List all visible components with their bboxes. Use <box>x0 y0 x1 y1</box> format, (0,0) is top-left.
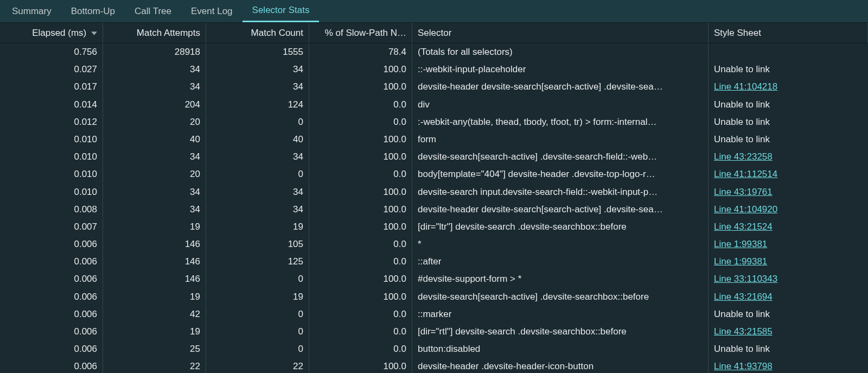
cell-elapsed: 0.006 <box>0 270 103 287</box>
column-header-selector[interactable]: Selector <box>412 23 709 43</box>
style-sheet-link[interactable]: Line 43:21524 <box>714 222 773 232</box>
cell-slow-path-pct: 0.0 <box>309 166 412 182</box>
table-row[interactable]: 0.0061461050.0*Line 1:99381 <box>0 236 868 253</box>
cell-style-sheet: Line 41:93798 <box>709 358 868 373</box>
table-row[interactable]: 0.75628918155578.4(Totals for all select… <box>0 43 868 61</box>
table-row[interactable]: 0.0103434100.0devsite-search[search-acti… <box>0 148 868 166</box>
table-row[interactable]: 0.0061919100.0devsite-search[search-acti… <box>0 288 868 306</box>
cell-match-count: 34 <box>206 61 309 78</box>
cell-elapsed: 0.006 <box>0 236 103 252</box>
cell-match-count: 105 <box>206 236 309 252</box>
column-header-style-sheet[interactable]: Style Sheet <box>709 23 868 43</box>
tab-label: Bottom-Up <box>71 6 115 17</box>
cell-style-sheet: Unable to link <box>709 61 868 78</box>
table-row[interactable]: 0.0103434100.0devsite-search input.devsi… <box>0 184 868 201</box>
cell-match-count: 125 <box>206 253 309 270</box>
cell-match-attempts: 40 <box>103 131 206 148</box>
cell-elapsed: 0.008 <box>0 201 103 218</box>
cell-elapsed: 0.010 <box>0 166 103 182</box>
cell-elapsed: 0.756 <box>0 43 103 60</box>
cell-match-attempts: 19 <box>103 288 206 305</box>
cell-match-attempts: 22 <box>103 358 206 373</box>
cell-slow-path-pct: 100.0 <box>309 61 412 78</box>
cell-slow-path-pct: 100.0 <box>309 218 412 235</box>
cell-slow-path-pct: 100.0 <box>309 148 412 165</box>
table-row[interactable]: 0.0061461250.0::afterLine 1:99381 <box>0 253 868 270</box>
column-header-match-count[interactable]: Match Count <box>206 23 309 43</box>
cell-elapsed: 0.007 <box>0 218 103 235</box>
table-row[interactable]: 0.0122000.0:-webkit-any(table, thead, tb… <box>0 113 868 131</box>
style-sheet-link[interactable]: Line 41:93798 <box>714 361 773 371</box>
selector-stats-table: Elapsed (ms) Match Attempts Match Count … <box>0 23 868 373</box>
cell-slow-path-pct: 100.0 <box>309 78 412 95</box>
cell-elapsed: 0.006 <box>0 253 103 270</box>
tab-summary[interactable]: Summary <box>2 0 61 22</box>
cell-match-attempts: 146 <box>103 236 206 252</box>
cell-slow-path-pct: 100.0 <box>309 288 412 305</box>
cell-style-sheet: Line 43:23258 <box>709 148 868 165</box>
cell-style-sheet: Line 43:21694 <box>709 288 868 305</box>
style-sheet-link[interactable]: Line 41:112514 <box>714 169 777 179</box>
tab-bottom-up[interactable]: Bottom-Up <box>61 0 125 22</box>
cell-match-count: 0 <box>206 340 309 357</box>
cell-slow-path-pct: 0.0 <box>309 96 412 113</box>
cell-slow-path-pct: 0.0 <box>309 340 412 357</box>
tab-event-log[interactable]: Event Log <box>181 0 242 22</box>
cell-elapsed: 0.006 <box>0 340 103 357</box>
style-sheet-link[interactable]: Line 1:99381 <box>714 256 767 267</box>
cell-slow-path-pct: 78.4 <box>309 43 412 60</box>
cell-style-sheet: Unable to link <box>709 113 868 130</box>
table-row[interactable]: 0.0142041240.0divUnable to link <box>0 96 868 113</box>
table-row[interactable]: 0.0102000.0body[template="404"] devsite-… <box>0 166 868 183</box>
cell-match-count: 34 <box>206 184 309 200</box>
cell-selector: [dir="rtl"] devsite-search .devsite-sear… <box>412 323 709 340</box>
cell-match-attempts: 34 <box>103 201 206 218</box>
cell-style-sheet: Line 41:104218 <box>709 78 868 95</box>
cell-elapsed: 0.010 <box>0 131 103 148</box>
cell-style-sheet: Line 33:110343 <box>709 270 868 287</box>
cell-selector: (Totals for all selectors) <box>412 43 709 60</box>
cell-elapsed: 0.012 <box>0 113 103 130</box>
cell-match-count: 0 <box>206 113 309 130</box>
cell-slow-path-pct: 0.0 <box>309 253 412 270</box>
cell-elapsed: 0.010 <box>0 184 103 200</box>
table-row[interactable]: 0.0061900.0[dir="rtl"] devsite-search .d… <box>0 323 868 340</box>
style-sheet-link[interactable]: Line 43:21694 <box>714 292 773 302</box>
cell-elapsed: 0.027 <box>0 61 103 78</box>
cell-match-attempts: 204 <box>103 96 206 113</box>
cell-selector: devsite-search input.devsite-search-fiel… <box>412 184 709 200</box>
table-row[interactable]: 0.0071919100.0[dir="ltr"] devsite-search… <box>0 218 868 236</box>
table-row[interactable]: 0.0083434100.0devsite-header devsite-sea… <box>0 201 868 218</box>
cell-selector: devsite-header devsite-search[search-act… <box>412 78 709 95</box>
cell-match-attempts: 34 <box>103 78 206 95</box>
tab-call-tree[interactable]: Call Tree <box>125 0 181 22</box>
cell-match-attempts: 146 <box>103 253 206 270</box>
table-row[interactable]: 0.0062222100.0devsite-header .devsite-he… <box>0 358 868 373</box>
cell-style-sheet: Line 43:19761 <box>709 184 868 200</box>
table-row[interactable]: 0.0061460100.0#devsite-support-form > *L… <box>0 270 868 288</box>
cell-match-attempts: 20 <box>103 113 206 130</box>
style-sheet-link[interactable]: Line 41:104920 <box>714 204 777 214</box>
style-sheet-link[interactable]: Line 41:104218 <box>714 81 777 92</box>
cell-selector: #devsite-support-form > * <box>412 270 709 287</box>
style-sheet-link[interactable]: Line 43:23258 <box>714 151 773 162</box>
style-sheet-link[interactable]: Line 33:110343 <box>714 274 777 284</box>
table-row[interactable]: 0.0062500.0button:disabledUnable to link <box>0 340 868 358</box>
cell-selector: div <box>412 96 709 113</box>
style-sheet-link[interactable]: Line 1:99381 <box>714 239 767 249</box>
table-row[interactable]: 0.0104040100.0formUnable to link <box>0 131 868 148</box>
cell-selector: button:disabled <box>412 340 709 357</box>
cell-selector: devsite-header devsite-search[search-act… <box>412 201 709 218</box>
cell-style-sheet: Line 1:99381 <box>709 253 868 270</box>
tab-label: Selector Stats <box>252 5 310 16</box>
style-sheet-link[interactable]: Line 43:21585 <box>714 326 773 337</box>
table-row[interactable]: 0.0064200.0::markerUnable to link <box>0 306 868 323</box>
column-header-match-attempts[interactable]: Match Attempts <box>103 23 206 43</box>
column-header-elapsed[interactable]: Elapsed (ms) <box>0 23 103 43</box>
tab-selector-stats[interactable]: Selector Stats <box>242 0 320 22</box>
cell-style-sheet: Line 43:21524 <box>709 218 868 235</box>
column-header-slow-path-pct[interactable]: % of Slow-Path N… <box>309 23 412 43</box>
style-sheet-link[interactable]: Line 43:19761 <box>714 187 773 197</box>
table-row[interactable]: 0.0173434100.0devsite-header devsite-sea… <box>0 78 868 96</box>
table-row[interactable]: 0.0273434100.0::-webkit-input-placeholde… <box>0 61 868 78</box>
